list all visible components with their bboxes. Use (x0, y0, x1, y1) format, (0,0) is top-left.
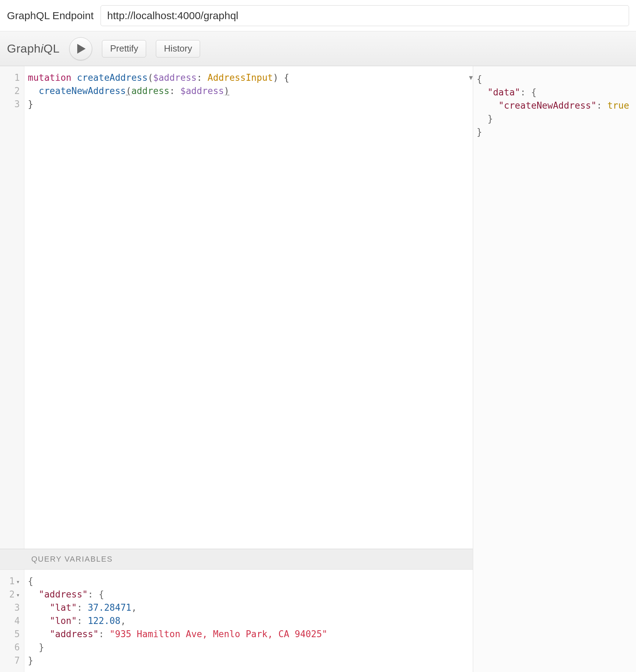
token-operation-name: createAddress (77, 72, 148, 83)
fold-icon[interactable]: ▾ (16, 588, 20, 602)
execute-button[interactable] (69, 37, 92, 60)
token-boolean: true (607, 100, 629, 111)
token-variable: $address (153, 72, 197, 83)
query-gutter: 1 2 3 (0, 66, 24, 549)
main-split: 1 2 3 mutation createAddress($address: A… (0, 66, 636, 672)
line-number: 1 (0, 71, 20, 84)
endpoint-bar: GraphQL Endpoint (0, 0, 636, 31)
query-editor[interactable]: 1 2 3 mutation createAddress($address: A… (0, 66, 473, 549)
line-number: 7 (0, 654, 20, 667)
variables-editor[interactable]: 1▾ 2▾ 3 4 5 6 7 { "address": { "lat": 37… (0, 570, 473, 672)
endpoint-input[interactable] (101, 5, 629, 26)
logo-text-prefix: Graph (7, 42, 41, 55)
token-property: "lon" (50, 616, 77, 626)
line-number: 3 (0, 97, 20, 111)
svg-marker-0 (77, 44, 86, 54)
token-keyword: mutation (28, 72, 71, 83)
toolbar: GraphiQL Prettify History (0, 31, 636, 66)
line-number: 4 (0, 614, 20, 627)
line-number: 1▾ (0, 575, 20, 588)
token-number: 37.28471 (88, 602, 131, 613)
left-pane: 1 2 3 mutation createAddress($address: A… (0, 66, 473, 672)
logo-text-suffix: QL (43, 42, 59, 55)
line-number: 6 (0, 641, 20, 654)
prettify-button[interactable]: Prettify (102, 40, 146, 57)
token-type: AddressInput (208, 72, 273, 83)
result-code: { "data": { "createNewAddress": true } } (473, 66, 636, 145)
fold-icon[interactable]: ▾ (16, 575, 20, 588)
query-variables-header[interactable]: QUERY VARIABLES (0, 549, 473, 570)
token-arg-name: address (131, 86, 169, 96)
token-string: "935 Hamilton Ave, Menlo Park, CA 94025" (110, 629, 327, 639)
logo-text-i: i (41, 42, 43, 55)
graphiql-logo: GraphiQL (7, 42, 59, 55)
token-property: "lat" (50, 602, 77, 613)
token-number: 122.08 (88, 616, 120, 626)
query-code[interactable]: mutation createAddress($address: Address… (24, 66, 473, 549)
endpoint-label: GraphQL Endpoint (7, 10, 94, 22)
token-property: "address" (39, 589, 88, 600)
token-variable: $address (180, 86, 224, 96)
token-property: "address" (50, 629, 99, 639)
token-field: createNewAddress (39, 86, 126, 96)
history-button[interactable]: History (156, 40, 200, 57)
line-number: 2▾ (0, 588, 20, 601)
variables-gutter: 1▾ 2▾ 3 4 5 6 7 (0, 570, 24, 672)
result-pane: ▾ { "data": { "createNewAddress": true }… (473, 66, 636, 672)
line-number: 2 (0, 84, 20, 97)
token-property: "createNewAddress" (499, 100, 597, 111)
line-number: 3 (0, 601, 20, 614)
variables-code[interactable]: { "address": { "lat": 37.28471, "lon": 1… (24, 570, 473, 672)
collapse-icon[interactable]: ▾ (469, 73, 473, 82)
token-property: "data" (487, 87, 520, 97)
line-number: 5 (0, 627, 20, 641)
play-icon (77, 44, 86, 54)
